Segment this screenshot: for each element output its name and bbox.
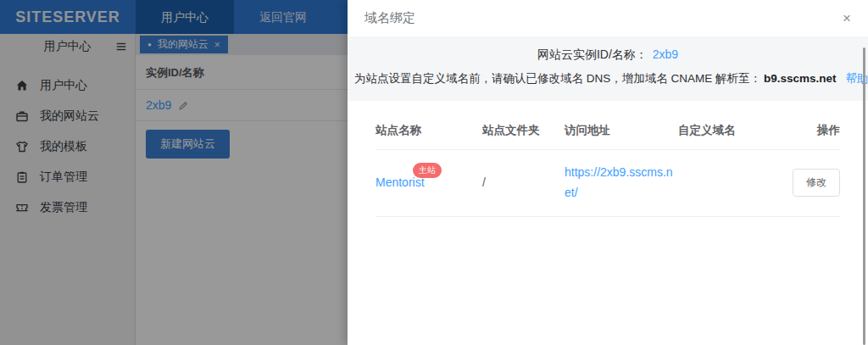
col-actions: 操作 [791,123,840,138]
sites-table-header: 站点名称 站点文件夹 访问地址 自定义域名 操作 [376,114,840,150]
drawer-close-icon[interactable]: × [843,11,851,25]
col-site-folder: 站点文件夹 [482,123,565,138]
site-folder-value: / [482,175,565,189]
instance-id-label: 网站云实例ID/名称： [537,47,648,61]
site-access-url-link[interactable]: https://2xb9.sscms.net/ [565,162,678,203]
cname-target-domain: b9.sscms.net [764,72,837,85]
drawer-title: 域名绑定 [364,10,415,26]
main-site-badge: 主站 [413,163,442,178]
instance-id-value-link[interactable]: 2xb9 [653,47,678,61]
col-site-name: 站点名称 [376,123,482,138]
col-custom-domain: 自定义域名 [678,123,791,138]
table-row: Mentorist 主站 / https://2xb9.sscms.net/ 修… [376,150,840,217]
modify-domain-button[interactable]: 修改 [793,169,840,197]
drawer-header: 域名绑定 × [348,0,868,36]
instance-info-line: 网站云实例ID/名称：2xb9 [354,47,861,63]
col-access-url: 访问地址 [565,123,678,138]
cname-instruction-line: 为站点设置自定义域名前，请确认已修改域名 DNS，增加域名 CNAME 解析至：… [354,71,861,86]
cname-instruction-text: 为站点设置自定义域名前，请确认已修改域名 DNS，增加域名 CNAME 解析至： [354,72,761,85]
scrollbar[interactable] [863,47,865,345]
sites-table: 站点名称 站点文件夹 访问地址 自定义域名 操作 Mentorist 主站 / … [376,114,840,217]
domain-binding-drawer: 域名绑定 × 网站云实例ID/名称：2xb9 为站点设置自定义域名前，请确认已修… [348,0,868,345]
cname-info-box: 网站云实例ID/名称：2xb9 为站点设置自定义域名前，请确认已修改域名 DNS… [348,36,868,101]
